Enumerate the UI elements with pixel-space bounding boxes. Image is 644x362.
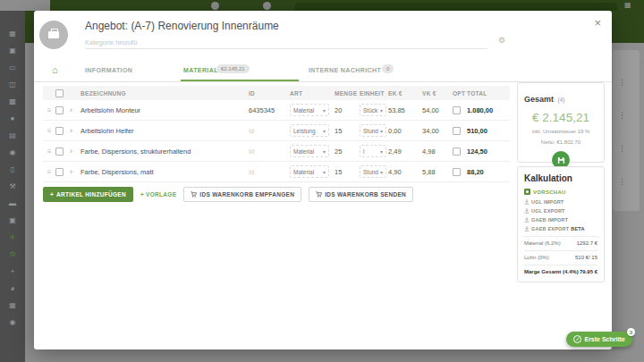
einheit-select[interactable]: l▾ — [360, 145, 386, 157]
help-icon[interactable] — [263, 2, 271, 10]
table-actions: + ARTIKEL HINZUFÜGEN + VORLAGE IDS WAREN… — [43, 187, 413, 202]
tab-home-icon[interactable]: ⌂ — [52, 64, 58, 75]
einheit-value: l — [363, 148, 364, 155]
page-title: Angebot: (A-7) Renovierung Innenräume — [85, 20, 279, 32]
sidebar-item-car-icon[interactable]: ▭ — [9, 63, 16, 72]
vorschau-button[interactable]: VORSCHAU — [524, 189, 597, 195]
sidebar-item-user-circle-icon[interactable]: ◕ — [11, 284, 15, 292]
tab-information[interactable]: INFORMATION — [85, 67, 132, 73]
opt-checkbox[interactable] — [453, 168, 461, 176]
row-checkbox[interactable] — [55, 127, 64, 135]
ek-field[interactable]: 53,85 — [388, 106, 422, 114]
opt-checkbox[interactable] — [453, 147, 461, 156]
article-id[interactable]: Id — [249, 168, 290, 176]
drag-handle-icon[interactable]: ≡ — [43, 106, 55, 114]
category-input[interactable] — [85, 36, 487, 49]
sidebar-item-move-icon[interactable]: + — [11, 267, 15, 275]
art-select[interactable]: Material▾ — [290, 165, 329, 178]
sidebar-item-card-icon[interactable]: ▬ — [9, 199, 16, 207]
row-menu-icon[interactable]: ⋮ — [618, 112, 626, 120]
einheit-value: Stück — [363, 107, 377, 114]
vk-field[interactable]: 4,98 — [422, 147, 453, 156]
opt-checkbox[interactable] — [453, 106, 461, 114]
tab-material-badge[interactable]: €2.145,21 — [216, 64, 250, 73]
vk-field[interactable]: 5,88 — [422, 168, 453, 176]
download-icon — [524, 208, 530, 214]
article-name[interactable]: Arbeitslohn Helfer — [80, 127, 249, 135]
sidebar-item-user-icon[interactable]: ● — [11, 114, 15, 122]
cart-icon — [316, 191, 322, 198]
sidebar-item-briefcase-icon[interactable]: ▣ — [9, 46, 16, 55]
vorlage-button[interactable]: + VORLAGE — [140, 191, 176, 198]
expand-chevron-icon[interactable]: › — [70, 105, 80, 114]
article-id[interactable]: 6435345 — [249, 106, 290, 114]
einheit-select[interactable]: Stück▾ — [360, 104, 386, 116]
sidebar-item-info-icon[interactable]: ◉ — [10, 318, 16, 326]
app-logo[interactable] — [0, 0, 50, 11]
ek-field[interactable]: 2,49 — [388, 147, 422, 156]
menge-field[interactable]: 15 — [335, 127, 360, 135]
expand-chevron-icon[interactable]: › — [70, 167, 80, 176]
article-name[interactable]: Farbe, Dispersions, matt — [80, 168, 249, 176]
menge-field[interactable]: 20 — [335, 106, 360, 114]
row-checkbox[interactable] — [55, 106, 64, 114]
row-menu-icon[interactable]: ⋮ — [618, 79, 626, 87]
ugl-import-button[interactable]: UGL IMPORT — [524, 199, 564, 205]
gaeb-import-button[interactable]: GAEB IMPORT — [524, 217, 568, 223]
ids-warenkorb-empfangen-button[interactable]: IDS WARENKORB EMPFANGEN — [183, 187, 301, 202]
tab-material[interactable]: MATERIAL — [183, 67, 218, 73]
menge-field[interactable]: 15 — [335, 168, 360, 176]
art-select[interactable]: Material▾ — [290, 145, 329, 157]
drag-handle-icon[interactable]: ≡ — [43, 127, 55, 135]
drag-handle-icon[interactable]: ≡ — [43, 147, 55, 156]
row-menu-icon[interactable]: ⋮ — [618, 178, 626, 186]
sidebar-item-apps-icon[interactable]: ▦ — [9, 301, 16, 309]
ek-field[interactable]: 4,90 — [388, 168, 422, 176]
sidebar-item-location-pin-icon[interactable]: ◉ — [10, 148, 16, 156]
table-row: ≡ › Farbe, Dispersions, matt Id Material… — [43, 162, 510, 182]
select-all-checkbox[interactable] — [55, 89, 64, 97]
sidebar-item-plane-icon[interactable]: ✈ — [10, 233, 16, 241]
sidebar-item-users-icon[interactable]: ▩ — [9, 97, 16, 105]
art-select[interactable]: Leistung▾ — [290, 124, 329, 137]
vk-field[interactable]: 54,00 — [422, 106, 453, 114]
erste-schritte-button[interactable]: ✓ Erste Schritte 3 — [566, 332, 632, 347]
expand-chevron-icon[interactable]: › — [70, 147, 80, 156]
vk-field[interactable]: 34,00 — [422, 127, 453, 135]
opt-checkbox[interactable] — [453, 127, 461, 135]
add-article-button[interactable]: + ARTIKEL HINZUFÜGEN — [43, 187, 133, 202]
apps-grid-icon[interactable]: ▦ — [624, 1, 631, 9]
row-checkbox[interactable] — [55, 168, 64, 176]
ids-warenkorb-senden-button[interactable]: IDS WARENKORB SENDEN — [309, 187, 413, 202]
sidebar-item-settings-gear-icon[interactable]: ⚙ — [9, 250, 15, 258]
article-name[interactable]: Arbeitslohn Monteur — [80, 106, 249, 114]
notification-icon[interactable] — [211, 2, 219, 10]
global-search-input[interactable] — [295, 3, 617, 11]
ugl-export-button[interactable]: UGL EXPORT — [524, 208, 565, 214]
sidebar-item-wrench-icon[interactable]: ⚒ — [9, 182, 15, 190]
tab-interne-nachricht[interactable]: INTERNE NACHRICHT — [309, 67, 381, 73]
row-total: 124,50 — [467, 147, 510, 156]
gaeb-export-button[interactable]: GAEB EXPORT BETA — [524, 226, 585, 232]
close-icon[interactable]: × — [594, 16, 601, 29]
menge-field[interactable]: 25 — [335, 147, 360, 156]
row-checkbox[interactable] — [55, 147, 64, 156]
article-id[interactable]: Id — [249, 127, 290, 135]
art-select[interactable]: Material▾ — [290, 104, 329, 116]
sidebar-item-bag-icon[interactable]: ▣ — [9, 216, 16, 224]
expand-chevron-icon[interactable]: › — [70, 126, 80, 135]
sidebar-item-document-icon[interactable]: ▯ — [11, 165, 14, 173]
einheit-select[interactable]: Stund▾ — [360, 165, 386, 178]
article-id[interactable]: Id — [249, 147, 290, 156]
gear-icon[interactable]: ⚙ — [498, 36, 505, 45]
ek-field[interactable]: 0,00 — [388, 127, 422, 135]
tab-interne-badge[interactable]: 0 — [382, 64, 394, 73]
article-name[interactable]: Farbe, Dispersions, strukturerhaltend — [80, 147, 249, 156]
einheit-select[interactable]: Stund▾ — [360, 124, 386, 137]
drag-handle-icon[interactable]: ≡ — [43, 168, 55, 176]
row-total: 88,20 — [467, 168, 510, 176]
sidebar-item-building-icon[interactable]: ▤ — [9, 131, 16, 139]
row-menu-icon[interactable]: ⋮ — [618, 145, 626, 153]
sidebar-item-dashboard-icon[interactable]: ◫ — [9, 80, 16, 88]
sidebar-item-calendar-icon[interactable]: ▦ — [9, 29, 16, 38]
